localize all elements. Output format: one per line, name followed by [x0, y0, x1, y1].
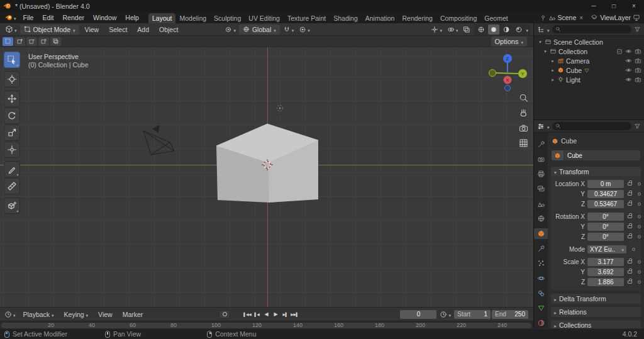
hide-eye-icon[interactable]: [625, 57, 632, 64]
render-camera-icon[interactable]: [635, 67, 641, 74]
tab-modifiers[interactable]: [534, 243, 548, 254]
collapsed-arrow-icon[interactable]: ▸: [550, 77, 555, 82]
section-relations[interactable]: Relations: [551, 307, 641, 317]
viewlayer-selector[interactable]: ViewLayer: [591, 14, 640, 21]
lock-icon[interactable]: [628, 215, 632, 218]
minimize-button[interactable]: ─: [584, 0, 604, 12]
close-button[interactable]: ×: [624, 0, 644, 12]
frame-end-field[interactable]: End 250: [492, 310, 528, 319]
lock-icon[interactable]: [628, 270, 632, 274]
tool-add-cube[interactable]: [4, 197, 20, 214]
id-type-button[interactable]: [552, 150, 564, 160]
ortho-grid-icon[interactable]: [517, 136, 530, 149]
tab-particles[interactable]: [534, 258, 548, 269]
animate-dot-icon[interactable]: [638, 281, 641, 284]
next-keyframe-button[interactable]: ▶▌: [280, 310, 289, 319]
select-mode-extend-button[interactable]: [14, 37, 25, 46]
animate-dot-icon[interactable]: [638, 192, 641, 196]
outliner-editor-icon[interactable]: [537, 26, 545, 33]
section-delta-transform[interactable]: Delta Transform: [551, 294, 641, 304]
shading-rendered-button[interactable]: [513, 25, 525, 35]
lock-icon[interactable]: [628, 235, 632, 238]
select-mode-intersect-button[interactable]: [50, 37, 61, 46]
menu-add[interactable]: Add: [133, 25, 153, 34]
tab-scene[interactable]: [534, 199, 548, 209]
select-mode-subtract-button[interactable]: [26, 37, 37, 46]
menu-timeline-view[interactable]: View: [94, 310, 117, 319]
tool-transform[interactable]: [4, 142, 20, 158]
expanded-arrow-icon[interactable]: ▾: [538, 40, 543, 45]
transform-panel-header[interactable]: Transform: [551, 167, 641, 176]
tab-render[interactable]: [534, 154, 548, 165]
tool-scale[interactable]: [4, 125, 20, 141]
render-camera-icon[interactable]: [635, 76, 641, 83]
checkbox-icon[interactable]: [616, 48, 623, 55]
location-z-field[interactable]: 0.53467: [587, 200, 624, 208]
mode-selector[interactable]: Object Mode: [20, 25, 79, 35]
rotation-mode-dropdown[interactable]: XYZ Eu..: [587, 245, 626, 253]
editor-type-button[interactable]: [3, 24, 19, 35]
location-y-field[interactable]: 0.34627: [587, 190, 624, 198]
tab-texture-paint[interactable]: Texture Paint: [284, 13, 330, 23]
menu-render[interactable]: Render: [58, 13, 89, 22]
orientation-selector[interactable]: Global: [239, 25, 280, 35]
rotation-x-field[interactable]: 0°: [587, 213, 624, 221]
outliner-row-camera[interactable]: ▸ Camera: [534, 56, 644, 65]
timeline-editor-button[interactable]: [3, 309, 18, 320]
timeline-ruler[interactable]: 20 40 60 80 100 120 140 160 180 200 220 …: [0, 321, 533, 328]
play-button[interactable]: ▶: [271, 310, 280, 319]
tool-measure[interactable]: [4, 178, 20, 194]
hide-eye-icon[interactable]: [625, 48, 632, 55]
pivot-dropdown[interactable]: [223, 25, 238, 35]
xray-toggle[interactable]: [461, 25, 472, 35]
tab-sculpting[interactable]: Sculpting: [210, 13, 245, 23]
scene-selector[interactable]: Scene ×: [540, 14, 585, 21]
select-mode-invert-button[interactable]: [38, 37, 49, 46]
render-camera-icon[interactable]: [635, 48, 641, 55]
camera-gizmo[interactable]: [143, 126, 174, 155]
gizmo-axis-neg-z[interactable]: [505, 86, 511, 91]
tool-rotate[interactable]: [4, 108, 20, 124]
unlink-scene-icon[interactable]: ×: [578, 14, 584, 21]
prev-keyframe-button[interactable]: ▌◀: [252, 310, 261, 319]
outliner-row-scene-collection[interactable]: ▾ Scene Collection: [534, 37, 644, 47]
lock-icon[interactable]: [628, 182, 632, 186]
tab-shading[interactable]: Shading: [330, 13, 362, 23]
jump-to-end-button[interactable]: ▶▶▌: [290, 310, 299, 319]
options-button[interactable]: Options: [491, 36, 527, 47]
tool-move[interactable]: [4, 91, 20, 107]
tab-uv-editing[interactable]: UV Editing: [245, 13, 284, 23]
tab-output[interactable]: [534, 169, 548, 179]
menu-select[interactable]: Select: [104, 25, 131, 34]
rotation-y-field[interactable]: 0°: [587, 223, 624, 231]
menu-keying[interactable]: Keying: [60, 310, 93, 319]
rotation-z-field[interactable]: 0°: [587, 233, 624, 241]
lock-icon[interactable]: [628, 281, 632, 284]
lock-icon[interactable]: [628, 260, 632, 264]
outliner-search-input[interactable]: [552, 25, 631, 33]
play-reverse-button[interactable]: ◀: [262, 310, 270, 319]
cube-object[interactable]: [216, 124, 318, 203]
animate-dot-icon[interactable]: [638, 182, 641, 186]
expanded-arrow-icon[interactable]: ▾: [543, 49, 548, 54]
object-name-field[interactable]: Cube: [564, 150, 640, 160]
gizmo-axis-neg-y[interactable]: [489, 70, 496, 77]
tab-physics[interactable]: [534, 273, 548, 284]
tab-tool[interactable]: [534, 139, 548, 150]
menu-playback[interactable]: Playback: [19, 310, 58, 319]
pan-hand-icon[interactable]: [517, 106, 530, 119]
tool-cursor[interactable]: [4, 71, 20, 87]
render-camera-icon[interactable]: [635, 57, 641, 64]
proportional-editing-toggle[interactable]: [297, 25, 312, 35]
scale-z-field[interactable]: 1.886: [587, 278, 624, 286]
tab-rendering[interactable]: Rendering: [398, 13, 436, 23]
collapsed-arrow-icon[interactable]: ▸: [550, 58, 555, 64]
frame-start-field[interactable]: Start 1: [454, 310, 491, 319]
tab-material[interactable]: [534, 318, 548, 328]
filter-icon[interactable]: [634, 26, 641, 33]
tab-world[interactable]: [534, 213, 548, 224]
lock-icon[interactable]: [628, 203, 632, 206]
tab-object-data[interactable]: [534, 303, 548, 314]
app-menu-button[interactable]: [3, 14, 19, 21]
camera-view-icon[interactable]: [517, 121, 530, 134]
